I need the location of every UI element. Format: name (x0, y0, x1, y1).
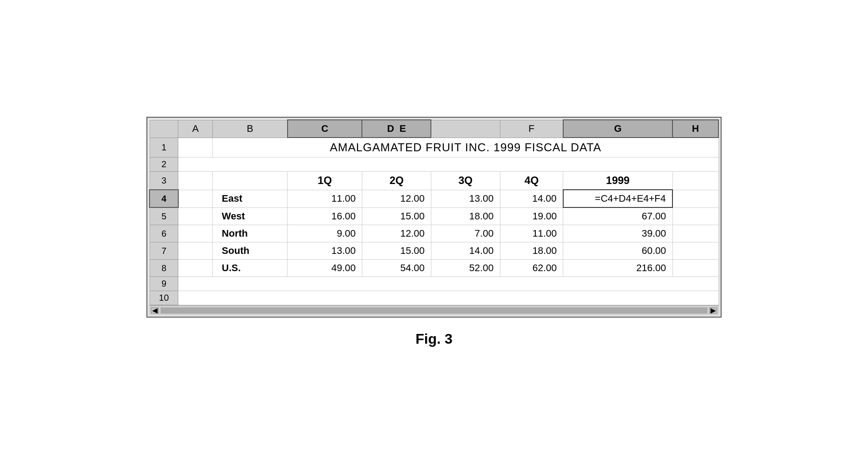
cell-4-d[interactable]: 12.00 (362, 190, 431, 207)
horizontal-scrollbar[interactable]: ◀ ▶ (149, 305, 719, 315)
cell-3-d[interactable]: 2Q (362, 172, 431, 190)
row-header-7[interactable]: 7 (150, 242, 178, 260)
row-header-4[interactable]: 4 (150, 190, 178, 207)
cell-5-d[interactable]: 15.00 (362, 207, 431, 225)
cell-6-e[interactable]: 7.00 (431, 225, 500, 242)
cell-4-e[interactable]: 13.00 (431, 190, 500, 207)
cell-3-c[interactable]: 1Q (288, 172, 362, 190)
cell-7-h[interactable] (672, 242, 718, 260)
cell-6-g[interactable]: 39.00 (563, 225, 672, 242)
cell-8-d[interactable]: 54.00 (362, 260, 431, 277)
cell-7-e[interactable]: 14.00 (431, 242, 500, 260)
cell-3-b[interactable] (213, 172, 288, 190)
cell-5-c[interactable]: 16.00 (288, 207, 362, 225)
cell-3-a[interactable] (178, 172, 213, 190)
row-2: 2 (150, 157, 718, 172)
cell-3-h[interactable] (672, 172, 718, 190)
cell-6-c[interactable]: 9.00 (288, 225, 362, 242)
row-header-3[interactable]: 3 (150, 172, 178, 190)
row-1: 1 AMALGAMATED FRUIT INC. 1999 FISCAL DAT… (150, 138, 718, 157)
cell-4-a[interactable] (178, 190, 213, 207)
cell-10-empty[interactable] (178, 291, 718, 305)
cell-2-empty[interactable] (178, 157, 718, 172)
cell-9-empty[interactable] (178, 277, 718, 291)
row-header-1[interactable]: 1 (150, 138, 178, 157)
row-header-10[interactable]: 10 (150, 291, 178, 305)
col-header-d[interactable]: D E (362, 120, 431, 138)
cell-4-g-formula[interactable]: =C4+D4+E4+F4 (563, 190, 672, 207)
cell-4-east-label[interactable]: East (213, 190, 288, 207)
cell-8-h[interactable] (672, 260, 718, 277)
cell-6-d[interactable]: 12.00 (362, 225, 431, 242)
cell-3-e[interactable]: 3Q (431, 172, 500, 190)
cell-title: AMALGAMATED FRUIT INC. 1999 FISCAL DATA (213, 138, 718, 157)
cell-8-us-label[interactable]: U.S. (213, 260, 288, 277)
col-header-g[interactable]: G (563, 120, 672, 138)
cell-3-g[interactable]: 1999 (563, 172, 672, 190)
cell-1-a[interactable] (178, 138, 213, 157)
col-header-e[interactable] (431, 120, 500, 138)
corner-cell (150, 120, 178, 138)
cell-8-f[interactable]: 62.00 (500, 260, 563, 277)
row-5-west: 5 West 16.00 15.00 18.00 19.00 67.00 (150, 207, 718, 225)
cell-6-a[interactable] (178, 225, 213, 242)
col-header-h[interactable]: H (672, 120, 718, 138)
scroll-left-arrow[interactable]: ◀ (151, 307, 159, 314)
row-header-2[interactable]: 2 (150, 157, 178, 172)
cell-5-h[interactable] (672, 207, 718, 225)
col-header-c[interactable]: C (288, 120, 362, 138)
row-header-6[interactable]: 6 (150, 225, 178, 242)
cell-8-a[interactable] (178, 260, 213, 277)
horizontal-scroll-thumb[interactable] (161, 307, 707, 314)
row-4-east: 4 East 11.00 12.00 13.00 14.00 =C4+D4+E4… (150, 190, 718, 207)
cell-6-h[interactable] (672, 225, 718, 242)
cell-4-c[interactable]: 11.00 (288, 190, 362, 207)
cell-8-c[interactable]: 49.00 (288, 260, 362, 277)
col-header-a[interactable]: A (178, 120, 213, 138)
figure-caption: Fig. 3 (415, 331, 453, 347)
cell-7-south-label[interactable]: South (213, 242, 288, 260)
col-header-b[interactable]: B (213, 120, 288, 138)
spreadsheet-table: A B C D E F G H 1 AMALGAMATED FRUIT INC.… (149, 119, 719, 305)
row-header-9[interactable]: 9 (150, 277, 178, 291)
cell-6-f[interactable]: 11.00 (500, 225, 563, 242)
col-header-f[interactable]: F (500, 120, 563, 138)
row-6-north: 6 North 9.00 12.00 7.00 11.00 39.00 (150, 225, 718, 242)
row-10: 10 (150, 291, 718, 305)
cell-4-f[interactable]: 14.00 (500, 190, 563, 207)
row-3: 3 1Q 2Q 3Q 4Q 1999 (150, 172, 718, 190)
cell-7-f[interactable]: 18.00 (500, 242, 563, 260)
cell-5-e[interactable]: 18.00 (431, 207, 500, 225)
row-7-south: 7 South 13.00 15.00 14.00 18.00 60.00 (150, 242, 718, 260)
scroll-right-arrow[interactable]: ▶ (709, 307, 717, 314)
cell-7-c[interactable]: 13.00 (288, 242, 362, 260)
cell-7-d[interactable]: 15.00 (362, 242, 431, 260)
cell-5-f[interactable]: 19.00 (500, 207, 563, 225)
cell-5-a[interactable] (178, 207, 213, 225)
row-header-8[interactable]: 8 (150, 260, 178, 277)
cell-3-f[interactable]: 4Q (500, 172, 563, 190)
cell-7-g[interactable]: 60.00 (563, 242, 672, 260)
cell-4-h[interactable] (672, 190, 718, 207)
cell-5-west-label[interactable]: West (213, 207, 288, 225)
row-8-us: 8 U.S. 49.00 54.00 52.00 62.00 216.00 (150, 260, 718, 277)
cell-6-north-label[interactable]: North (213, 225, 288, 242)
cell-8-g[interactable]: 216.00 (563, 260, 672, 277)
col-header-row: A B C D E F G H (150, 120, 718, 138)
screenshot-container: A B C D E F G H 1 AMALGAMATED FRUIT INC.… (0, 99, 868, 365)
cell-5-g[interactable]: 67.00 (563, 207, 672, 225)
cell-8-e[interactable]: 52.00 (431, 260, 500, 277)
row-header-5[interactable]: 5 (150, 207, 178, 225)
spreadsheet-wrapper: A B C D E F G H 1 AMALGAMATED FRUIT INC.… (146, 117, 722, 318)
cell-7-a[interactable] (178, 242, 213, 260)
row-9: 9 (150, 277, 718, 291)
